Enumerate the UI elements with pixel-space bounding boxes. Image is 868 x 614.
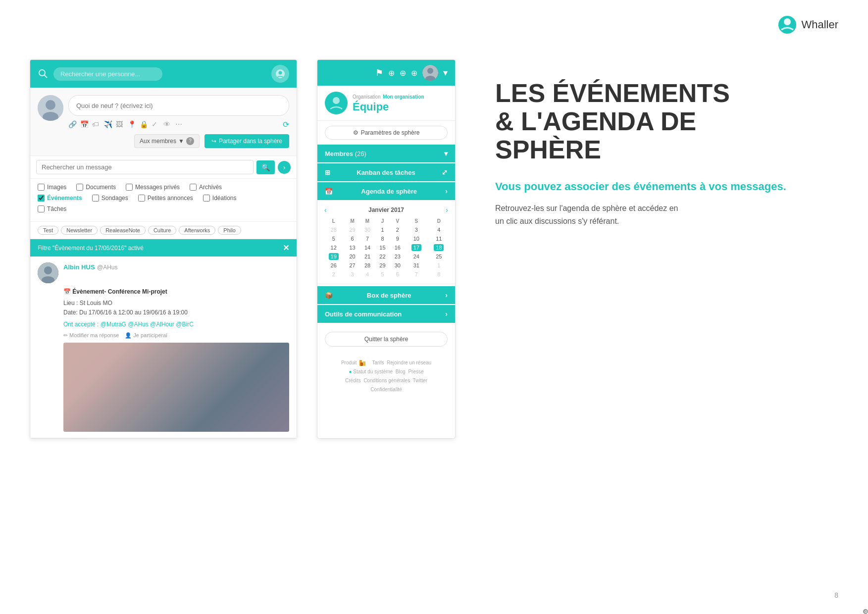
cal-day[interactable]: 8 <box>375 234 390 243</box>
add-sphere-1-icon[interactable]: ⊕ <box>388 68 395 78</box>
user-menu-icon[interactable]: ▾ <box>443 67 448 78</box>
cal-day[interactable]: 3 <box>405 225 427 234</box>
filter-ideations[interactable]: Idéations <box>203 195 237 202</box>
cal-day[interactable]: 26 <box>322 261 345 270</box>
audience-dropdown[interactable]: Aux membres ▼ ? <box>134 134 200 148</box>
message-search-button[interactable]: 🔍 <box>256 160 275 174</box>
cal-day[interactable]: 30 <box>360 225 375 234</box>
refresh-icon[interactable]: ⟳ <box>283 120 289 129</box>
filter-surveys[interactable]: Sondages <box>92 195 128 202</box>
cal-day[interactable]: 4 <box>428 225 451 234</box>
cal-day[interactable]: 29 <box>375 261 390 270</box>
participate-button[interactable]: 👤 Je participerai <box>125 332 167 339</box>
tag-philo[interactable]: Philo <box>218 226 241 235</box>
cal-day[interactable]: 1 <box>375 225 390 234</box>
cal-day[interactable]: 14 <box>360 243 375 252</box>
cal-day[interactable]: 15 <box>375 243 390 252</box>
footer-link-tarifs[interactable]: Tarifs <box>372 360 384 365</box>
cal-day-today[interactable]: 19 <box>322 252 345 261</box>
cal-day[interactable]: 5 <box>375 270 390 279</box>
cal-day[interactable]: 11 <box>428 234 451 243</box>
cal-day[interactable]: 30 <box>390 261 405 270</box>
cal-day[interactable]: 28 <box>360 261 375 270</box>
footer-link-blog[interactable]: Blog <box>396 369 406 374</box>
tag-releasenote[interactable]: RealeaseNote <box>100 226 146 235</box>
cal-day[interactable]: 29 <box>345 225 359 234</box>
cal-day[interactable]: 7 <box>405 270 427 279</box>
cal-day[interactable]: 6 <box>345 234 359 243</box>
cal-day[interactable]: 6 <box>390 270 405 279</box>
tag-newsletter[interactable]: Newsletter <box>61 226 98 235</box>
cal-day[interactable]: 1 <box>428 261 451 270</box>
tag-culture[interactable]: Culture <box>148 226 176 235</box>
next-page-button[interactable]: › <box>278 161 291 174</box>
close-filter-button[interactable]: ✕ <box>283 243 289 253</box>
sphere-params-button[interactable]: ⚙ Paramètres de sphère <box>325 126 448 140</box>
cal-day[interactable]: 16 <box>390 243 405 252</box>
filter-private-msgs[interactable]: Messages privés <box>126 184 180 191</box>
post-input[interactable] <box>68 95 289 116</box>
footer-link-credits[interactable]: Crédits <box>345 378 361 383</box>
leave-sphere-button[interactable]: Quitter la sphère <box>325 332 448 347</box>
cal-day[interactable]: 4 <box>360 270 375 279</box>
lock-icon[interactable]: 🔒 <box>140 120 149 129</box>
cal-next-button[interactable]: › <box>446 206 448 214</box>
cal-day[interactable]: 20 <box>345 252 359 261</box>
search-person-input[interactable] <box>53 67 162 81</box>
cal-day[interactable]: 25 <box>428 252 451 261</box>
calendar-icon[interactable]: 📅 <box>80 120 89 129</box>
cal-day[interactable]: 24 <box>405 252 427 261</box>
post-username[interactable]: Albin HUS <box>63 263 95 271</box>
modify-response-button[interactable]: ✏ Modifier ma réponse <box>63 332 119 339</box>
cal-day[interactable]: 8 <box>428 270 451 279</box>
sidebar-section-agenda[interactable]: 📅 Agenda de sphère › <box>317 182 455 200</box>
message-search-input[interactable] <box>36 160 254 174</box>
filter-ads[interactable]: Petites annonces <box>138 195 193 202</box>
footer-link-conditions[interactable]: Conditions générales <box>363 378 410 383</box>
filter-archives[interactable]: Archivés <box>190 184 222 191</box>
cal-day[interactable]: 3 <box>345 270 359 279</box>
footer-link-presse[interactable]: Presse <box>408 369 423 374</box>
sidebar-section-outils[interactable]: Outils de communication › <box>317 305 455 323</box>
tag-icon[interactable]: 🏷 <box>92 120 101 129</box>
cal-day-event[interactable]: 18 <box>428 243 451 252</box>
tag-afterworks[interactable]: Afterworks <box>179 226 215 235</box>
cal-day[interactable]: 28 <box>322 225 345 234</box>
cal-day[interactable]: 2 <box>322 270 345 279</box>
footer-link-rejoindre[interactable]: Rejoindre un réseau <box>387 360 431 365</box>
sidebar-section-box[interactable]: 📦 Box de sphère › <box>317 286 455 304</box>
sidebar-section-members[interactable]: Membres (26) ▾ <box>317 145 455 162</box>
cal-day[interactable]: 27 <box>345 261 359 270</box>
filter-tasks[interactable]: Tâches <box>38 205 66 212</box>
eye-icon[interactable]: 👁 <box>163 120 172 129</box>
cal-day-event[interactable]: 17 <box>405 243 427 252</box>
footer-link-confidentialite[interactable]: Confidentialité <box>370 387 402 392</box>
filter-events[interactable]: Événements <box>38 195 82 202</box>
cal-day[interactable]: 2 <box>390 225 405 234</box>
image-icon[interactable]: 🖼 <box>116 120 125 129</box>
send-icon[interactable]: ✈️ <box>104 120 113 129</box>
cal-day[interactable]: 23 <box>390 252 405 261</box>
tag-test[interactable]: Test <box>38 226 58 235</box>
add-sphere-2-icon[interactable]: ⊕ <box>400 68 406 78</box>
add-sphere-3-icon[interactable]: ⊕ <box>411 68 417 78</box>
cal-day[interactable]: 12 <box>322 243 345 252</box>
cal-day[interactable]: 7 <box>360 234 375 243</box>
cal-prev-button[interactable]: ‹ <box>324 206 327 214</box>
more-icon[interactable]: ⋯ <box>175 120 184 129</box>
user-avatar[interactable] <box>422 65 438 81</box>
cal-day[interactable]: 13 <box>345 243 359 252</box>
filter-documents[interactable]: Documents <box>76 184 116 191</box>
footer-link-produit[interactable]: Produit <box>341 360 357 365</box>
cal-day[interactable]: 9 <box>390 234 405 243</box>
check-icon[interactable]: ✓ <box>152 120 160 129</box>
cal-day[interactable]: 21 <box>360 252 375 261</box>
share-button[interactable]: ↪ Partager dans la sphère <box>204 134 289 148</box>
cal-day[interactable]: 5 <box>322 234 345 243</box>
footer-link-twitter[interactable]: Twitter <box>413 378 427 383</box>
attach-icon[interactable]: 🔗 <box>68 120 77 129</box>
location-icon[interactable]: 📍 <box>128 120 137 129</box>
cal-day[interactable]: 22 <box>375 252 390 261</box>
cal-day[interactable]: 31 <box>405 261 427 270</box>
filter-images[interactable]: Images <box>38 184 66 191</box>
